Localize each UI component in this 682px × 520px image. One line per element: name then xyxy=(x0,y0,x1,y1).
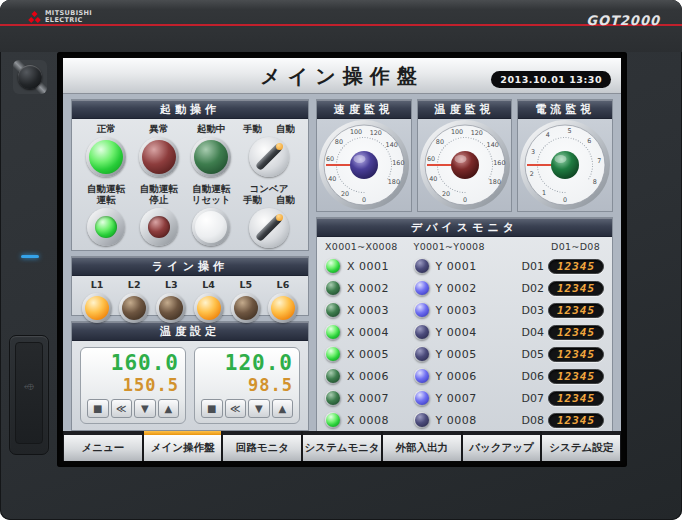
svg-text:100: 100 xyxy=(350,128,362,136)
temp-panel: 温度設定 160.0 150.5 ■ ≪ ▼ ▲ 120.0 98.5 ■ ≪ … xyxy=(71,321,309,431)
line-lamp-button[interactable]: L2 xyxy=(119,279,149,323)
startup-button[interactable]: 自動運転停止 xyxy=(133,183,185,248)
line-lamp-button[interactable]: L1 xyxy=(82,279,112,323)
usb-icon: ⬲ xyxy=(10,382,48,393)
navy-off-lamp-icon xyxy=(415,413,429,427)
rotary-switch-icon[interactable] xyxy=(249,208,289,248)
green-off-lamp-icon xyxy=(194,140,228,174)
svg-text:100: 100 xyxy=(450,128,462,136)
temp-btn-stop[interactable]: ■ xyxy=(201,399,223,418)
temp-btn-fast[interactable]: ≪ xyxy=(111,399,133,418)
green-on-lamp-icon xyxy=(326,347,340,361)
tab-0[interactable]: メニュー xyxy=(64,431,142,461)
green-on-lamp-icon xyxy=(326,325,340,339)
temp-btn-up[interactable]: ▲ xyxy=(158,399,180,418)
y-device-row: Y 0006 xyxy=(414,365,503,387)
gauge-panel: 電流監視 012345678 xyxy=(517,99,613,212)
top-bezel: MITSUBISHI ELECTRIC GOT2000 xyxy=(0,0,682,52)
y-device-row: Y 0004 xyxy=(414,321,503,343)
push-button-icon[interactable] xyxy=(140,208,178,246)
selector-left-label: 手動 xyxy=(243,123,262,134)
tab-2[interactable]: 回路モニタ xyxy=(223,431,301,461)
tab-5[interactable]: バックアップ xyxy=(463,431,541,461)
temp-btn-stop[interactable]: ■ xyxy=(87,399,109,418)
svg-text:160: 160 xyxy=(493,159,505,167)
line-panel-header: ライン操作 xyxy=(72,257,308,276)
svg-text:7: 7 xyxy=(597,157,601,165)
startup-button[interactable]: 自動運転運転 xyxy=(80,183,132,248)
brand-line2: ELECTRIC xyxy=(45,17,92,24)
conveyor-selector[interactable]: コンベア 手動 自動 xyxy=(238,183,300,248)
tab-1[interactable]: メイン操作盤 xyxy=(144,431,222,461)
temp-controller: 160.0 150.5 ■ ≪ ▼ ▲ xyxy=(80,347,186,424)
temp-btn-fast[interactable]: ≪ xyxy=(225,399,247,418)
green-off-lamp-icon xyxy=(326,369,340,383)
lcd: メイン操作盤 2013.10.01 13:30 起動操作 正常 異常 起動中 手… xyxy=(63,58,621,461)
d-register-row: D02 12345 xyxy=(502,277,604,299)
x-device-row: X 0003 xyxy=(325,299,414,321)
line-lamp-button[interactable]: L6 xyxy=(268,279,298,323)
svg-text:140: 140 xyxy=(385,141,397,149)
d-register-row: D07 12345 xyxy=(502,387,604,409)
temp-controller: 120.0 98.5 ■ ≪ ▼ ▲ xyxy=(194,347,300,424)
temp-current-value: 98.5 xyxy=(201,375,293,395)
svg-text:0: 0 xyxy=(462,196,466,204)
mitsubishi-diamonds-icon xyxy=(28,11,41,23)
brown-off-lamp-icon xyxy=(122,296,146,320)
utility-button[interactable] xyxy=(13,60,47,94)
monitor-grid: X 0001 Y 0001 D01 12345 X 0002 Y 0002 D0… xyxy=(325,255,604,431)
svg-text:40: 40 xyxy=(328,175,336,183)
startup-lamp: 正常 xyxy=(80,123,132,177)
tab-4[interactable]: 外部入出力 xyxy=(383,431,461,461)
svg-text:0: 0 xyxy=(563,196,567,204)
x-device-row: X 0005 xyxy=(325,343,414,365)
svg-text:1: 1 xyxy=(542,189,546,197)
tab-6[interactable]: システム設定 xyxy=(542,431,620,461)
blue-on-lamp-icon xyxy=(415,281,429,295)
startup-lamp: 起動中 xyxy=(185,123,237,177)
gauge-dial-icon: 012345678 xyxy=(519,119,611,211)
push-button-icon[interactable] xyxy=(87,208,125,246)
svg-text:80: 80 xyxy=(335,138,343,146)
tab-3[interactable]: システムモニタ xyxy=(303,431,381,461)
monitor-col-header: D01~D08 xyxy=(502,241,604,252)
d-register-row: D01 12345 xyxy=(502,255,604,277)
svg-text:20: 20 xyxy=(441,190,449,198)
utility-knob-icon xyxy=(18,65,42,89)
selector-right-label: 自動 xyxy=(276,123,295,134)
line-lamp-button[interactable]: L3 xyxy=(156,279,186,323)
red-off-lamp-icon xyxy=(142,140,176,174)
svg-text:60: 60 xyxy=(426,155,434,163)
green-off-lamp-icon xyxy=(326,281,340,295)
line-lamp-button[interactable]: L5 xyxy=(231,279,261,323)
push-button-icon[interactable] xyxy=(192,208,230,246)
gauge-dial-icon: 020406080100120140160180 xyxy=(318,119,410,211)
temp-current-value: 150.5 xyxy=(87,375,179,395)
temp-btn-down[interactable]: ▼ xyxy=(248,399,270,418)
y-device-row: Y 0005 xyxy=(414,343,503,365)
line-lamp-button[interactable]: L4 xyxy=(194,279,224,323)
startup-button[interactable]: 自動運転リセット xyxy=(185,183,237,248)
green-off-lamp-icon xyxy=(326,303,340,317)
line-panel: ライン操作 L1 L2 L3 L4 L5 L6 xyxy=(71,256,309,316)
d-register-row: D06 12345 xyxy=(502,365,604,387)
x-device-row: X 0004 xyxy=(325,321,414,343)
blue-on-lamp-icon xyxy=(415,369,429,383)
usb-cover[interactable]: ⬲ xyxy=(9,335,49,455)
y-device-row: Y 0002 xyxy=(414,277,503,299)
temp-btn-down[interactable]: ▼ xyxy=(134,399,156,418)
gauge-dial-icon: 020406080100120140160180 xyxy=(419,119,511,211)
main-area: 起動操作 正常 異常 起動中 手動 自動 自動運転運転 xyxy=(71,99,613,430)
svg-text:0: 0 xyxy=(362,196,366,204)
navy-off-lamp-icon xyxy=(415,259,429,273)
x-device-row: X 0001 xyxy=(325,255,414,277)
selector-right-label: 自動 xyxy=(276,194,295,205)
manual-auto-selector[interactable]: 手動 自動 xyxy=(238,123,300,177)
temp-btn-up[interactable]: ▲ xyxy=(272,399,294,418)
svg-text:180: 180 xyxy=(488,178,500,186)
d-register-row: D03 12345 xyxy=(502,299,604,321)
d-register-row: D05 12345 xyxy=(502,343,604,365)
startup-lamp: 異常 xyxy=(133,123,185,177)
orange-on-lamp-icon xyxy=(197,296,221,320)
rotary-switch-icon[interactable] xyxy=(249,137,289,177)
